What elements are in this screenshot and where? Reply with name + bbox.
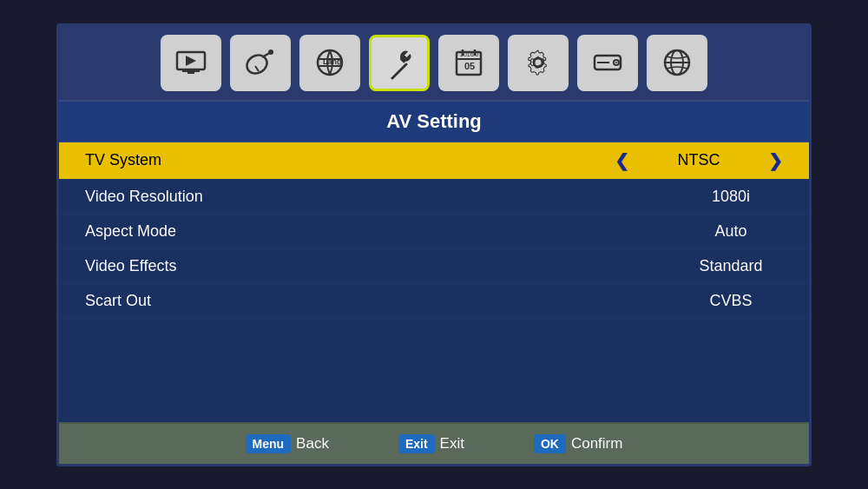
action-menu-back: Menu Back [246,434,329,453]
nav-icon-settings[interactable] [508,35,569,91]
settings-list: TV System ❮ NTSC ❯ Video Resolution 1080… [59,142,809,422]
setting-value-aspect-mode: Auto [679,222,783,241]
setting-row-tv-system[interactable]: TV System ❮ NTSC ❯ [59,142,809,180]
setting-value-video-effects: Standard [679,257,783,275]
nav-icon-language[interactable]: Lang [299,35,360,91]
bottom-bar: Menu Back Exit Exit OK Confirm [59,422,809,464]
setting-label-video-effects: Video Effects [85,257,679,275]
svg-text:Lang: Lang [323,57,342,66]
arrow-right-tv-system: ❯ [768,150,783,171]
svg-text:05: 05 [464,61,475,71]
setting-value-scart-out: CVBS [679,292,783,310]
content-area: AV Setting TV System ❮ NTSC ❯ Video Reso… [59,102,809,464]
setting-value-video-resolution: 1080i [679,188,783,206]
setting-row-aspect-mode[interactable]: Aspect Mode Auto [59,215,809,249]
key-ok: OK [534,434,566,453]
nav-icon-satellite[interactable] [230,35,291,91]
action-ok-confirm: OK Confirm [534,434,623,453]
setting-label-scart-out: Scart Out [85,292,679,310]
key-exit: Exit [398,434,435,453]
setting-label-tv-system: TV System [85,151,615,169]
arrow-left-tv-system: ❮ [615,150,629,171]
svg-point-25 [615,62,617,63]
action-back-label: Back [296,435,329,453]
nav-icon-calendar[interactable]: 2016/07 05 [438,35,499,91]
svg-line-12 [392,64,406,78]
setting-label-aspect-mode: Aspect Mode [85,222,679,241]
setting-row-video-resolution[interactable]: Video Resolution 1080i [59,180,809,215]
action-exit: Exit Exit [398,434,464,453]
setting-row-scart-out[interactable]: Scart Out CVBS [59,284,809,319]
setting-row-video-effects[interactable]: Video Effects Standard [59,249,809,284]
key-menu: Menu [246,434,292,453]
nav-bar: Lang 2016/07 05 [59,26,809,102]
setting-value-tv-system: NTSC [647,151,751,169]
svg-line-7 [255,66,259,71]
nav-icon-hdd[interactable] [577,35,638,91]
action-exit-label: Exit [440,435,464,453]
action-confirm-label: Confirm [571,435,623,453]
nav-icon-tools[interactable] [369,35,430,91]
svg-rect-2 [187,72,194,74]
screen: Lang 2016/07 05 [56,23,812,466]
svg-text:2016/07: 2016/07 [460,51,482,57]
svg-marker-3 [186,56,196,66]
setting-label-video-resolution: Video Resolution [85,188,679,206]
nav-icon-network[interactable] [647,35,707,91]
nav-icon-tv[interactable] [161,35,221,91]
page-title: AV Setting [59,102,809,142]
svg-point-6 [268,50,273,55]
svg-rect-1 [182,69,200,72]
